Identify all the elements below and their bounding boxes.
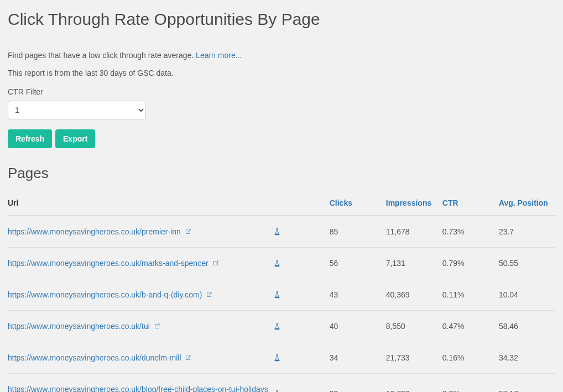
url-cell: https://www.moneysavingheroes.co.uk/b-an… — [8, 279, 273, 311]
page-url-link[interactable]: https://www.moneysavingheroes.co.uk/prem… — [8, 227, 191, 236]
flask-link[interactable] — [273, 227, 281, 236]
flask-link[interactable] — [273, 389, 281, 392]
export-button[interactable]: Export — [55, 129, 95, 148]
flask-link[interactable] — [273, 322, 281, 331]
page-url-link[interactable]: https://www.moneysavingheroes.co.uk/mark… — [8, 259, 219, 268]
flask-icon[interactable] — [273, 390, 281, 392]
table-row: https://www.moneysavingheroes.co.uk/mark… — [8, 248, 555, 279]
position-cell: 50.55 — [499, 248, 555, 279]
ctr-cell: 0.47% — [442, 311, 499, 342]
position-cell: 10.04 — [499, 279, 555, 311]
position-cell: 57.17 — [499, 374, 555, 393]
flask-icon[interactable] — [273, 291, 281, 299]
url-cell: https://www.moneysavingheroes.co.uk/dune… — [8, 342, 273, 374]
col-clicks[interactable]: Clicks — [330, 193, 386, 216]
clicks-cell: 40 — [330, 311, 386, 342]
flask-link[interactable] — [273, 259, 281, 268]
table-row: https://www.moneysavingheroes.co.uk/dune… — [8, 342, 555, 374]
flask-cell — [273, 216, 330, 248]
position-cell: 23.7 — [499, 216, 555, 248]
refresh-button[interactable]: Refresh — [8, 129, 52, 148]
impressions-cell: 40,369 — [386, 279, 442, 311]
flask-icon[interactable] — [273, 354, 281, 362]
pages-table: Url Clicks Impressions CTR Avg. Position… — [8, 193, 555, 392]
ctr-cell: 0.73% — [442, 216, 499, 248]
flask-cell — [273, 248, 330, 279]
ctr-cell: 0.79% — [442, 248, 499, 279]
ctr-cell: 0.16% — [442, 342, 499, 374]
clicks-cell: 43 — [330, 279, 386, 311]
page-url-link[interactable]: https://www.moneysavingheroes.co.uk/tui — [8, 322, 160, 331]
table-row: https://www.moneysavingheroes.co.uk/blog… — [8, 374, 555, 393]
flask-cell — [273, 342, 330, 374]
table-row: https://www.moneysavingheroes.co.uk/b-an… — [8, 279, 555, 311]
external-link-icon — [185, 354, 191, 361]
url-cell: https://www.moneysavingheroes.co.uk/mark… — [8, 248, 273, 279]
impressions-cell: 7,131 — [386, 248, 442, 279]
external-link-icon — [206, 291, 212, 298]
position-cell: 34.32 — [499, 342, 555, 374]
clicks-cell: 34 — [330, 342, 386, 374]
external-link-icon — [185, 228, 191, 235]
ctr-filter-select[interactable]: 1 — [8, 101, 146, 119]
col-impressions[interactable]: Impressions — [386, 193, 442, 216]
flask-icon[interactable] — [273, 228, 281, 236]
pages-heading: Pages — [8, 165, 555, 182]
url-cell: https://www.moneysavingheroes.co.uk/prem… — [8, 216, 273, 248]
page-url-link[interactable]: https://www.moneysavingheroes.co.uk/dune… — [8, 353, 191, 362]
description-text: Find pages that have a low click through… — [8, 51, 196, 60]
flask-icon[interactable] — [273, 322, 281, 330]
clicks-cell: 85 — [330, 216, 386, 248]
url-cell: https://www.moneysavingheroes.co.uk/blog… — [8, 374, 273, 393]
impressions-cell: 8,550 — [386, 311, 442, 342]
description: Find pages that have a low click through… — [8, 51, 555, 60]
col-url[interactable]: Url — [8, 193, 273, 216]
ctr-filter-label: CTR Filter — [8, 87, 555, 96]
page-title: Click Through Rate Opportunities By Page — [8, 10, 555, 29]
table-row: https://www.moneysavingheroes.co.uk/tui … — [8, 311, 555, 342]
col-flask — [273, 193, 330, 216]
col-ctr[interactable]: CTR — [442, 193, 499, 216]
external-link-icon — [212, 260, 219, 266]
flask-cell — [273, 311, 330, 342]
flask-link[interactable] — [273, 353, 281, 362]
impressions-cell: 21,733 — [386, 342, 442, 374]
external-link-icon — [154, 323, 160, 330]
learn-more-link[interactable]: Learn more... — [196, 51, 242, 60]
flask-icon[interactable] — [273, 259, 281, 267]
impressions-cell: 11,678 — [386, 216, 442, 248]
position-cell: 58.46 — [499, 311, 555, 342]
report-note: This report is from the last 30 days of … — [8, 69, 555, 77]
clicks-cell: 56 — [330, 248, 386, 279]
table-row: https://www.moneysavingheroes.co.uk/prem… — [8, 216, 555, 248]
page-url-link[interactable]: https://www.moneysavingheroes.co.uk/b-an… — [8, 290, 212, 299]
ctr-cell: 0.11% — [442, 279, 499, 311]
flask-cell — [273, 374, 330, 393]
col-avg-position[interactable]: Avg. Position — [499, 193, 555, 216]
clicks-cell: 32 — [330, 374, 386, 393]
url-cell: https://www.moneysavingheroes.co.uk/tui — [8, 311, 273, 342]
ctr-cell: 0.3% — [442, 374, 499, 393]
flask-cell — [273, 279, 330, 311]
page-url-link[interactable]: https://www.moneysavingheroes.co.uk/blog… — [8, 385, 268, 392]
impressions-cell: 10,732 — [386, 374, 442, 393]
flask-link[interactable] — [273, 290, 281, 299]
